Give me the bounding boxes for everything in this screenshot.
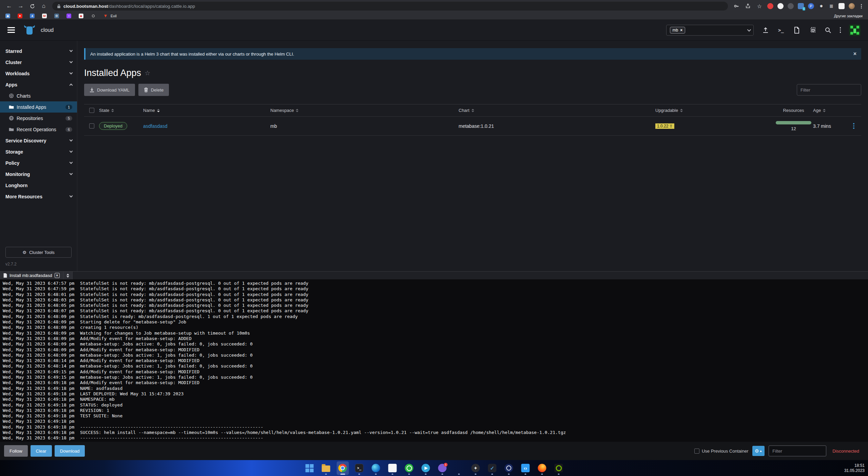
sidebar-item-workloads[interactable]: Workloads <box>0 68 77 79</box>
download-kubeconfig-icon[interactable] <box>793 26 801 34</box>
column-header-state[interactable]: State <box>99 108 143 113</box>
other-bookmarks-label[interactable]: Другие закладки <box>834 14 863 18</box>
header-kebab-menu-icon[interactable] <box>840 27 841 33</box>
row-checkbox[interactable] <box>89 123 94 128</box>
bookmark-pinwheel-icon[interactable]: ◆ <box>5 14 10 18</box>
log-output[interactable]: Wed, May 31 2023 6:47:57 pm StatefulSet … <box>0 279 868 442</box>
download-log-button[interactable]: Download <box>55 445 85 457</box>
column-header-chart[interactable]: Chart <box>459 108 655 113</box>
sidebar-item-cluster[interactable]: Cluster <box>0 57 77 68</box>
bookmark-youtube-icon[interactable] <box>18 14 22 18</box>
bookmark-gmail-icon[interactable]: M <box>42 14 47 18</box>
delete-button[interactable]: Delete <box>138 84 169 96</box>
sidebar-item-policy[interactable]: Policy <box>0 157 77 168</box>
upgrade-available-chip[interactable]: 1.0.22 ⇧ <box>655 123 674 129</box>
bookmark-label[interactable]: Evil <box>111 14 117 18</box>
taskbar-icon-check-app[interactable]: ✓ <box>486 461 498 475</box>
extension-paw-icon[interactable]: ✱ <box>818 3 824 9</box>
taskbar-icon-edge[interactable] <box>370 461 382 475</box>
copy-kubeconfig-icon[interactable] <box>809 26 816 34</box>
browser-reload-button[interactable] <box>27 1 37 11</box>
taskbar-icon-terminal[interactable]: >_ <box>353 461 365 475</box>
kubectl-shell-icon[interactable]: >_ <box>777 26 785 34</box>
extension-list-icon[interactable]: ≣ <box>828 3 834 9</box>
follow-button[interactable]: Follow <box>4 445 28 457</box>
bookmark-settings-icon[interactable]: ⚙ <box>54 14 59 18</box>
taskbar-icon-telegram[interactable] <box>420 461 432 475</box>
column-header-age[interactable]: Age <box>813 108 846 113</box>
taskbar-icon-file-explorer[interactable] <box>320 461 332 475</box>
sidebar-item-apps[interactable]: Apps <box>0 79 77 90</box>
sidebar-item-recent-operations[interactable]: Recent Operations 6 <box>0 124 77 135</box>
sidebar-item-longhorn[interactable]: Longhorn <box>0 180 77 191</box>
taskbar-icon-blue-circle-app[interactable] <box>503 461 515 475</box>
taskbar-icon-firefox[interactable] <box>536 461 548 475</box>
column-header-upgradable[interactable]: Upgradable <box>655 108 774 113</box>
sidebar-item-repositories[interactable]: Repositories 5 <box>0 113 77 124</box>
bookmark-gitlab-icon[interactable]: ▼ <box>103 14 108 18</box>
sidebar-item-service-discovery[interactable]: Service Discovery <box>0 135 77 146</box>
taskbar-icon-nvidia[interactable] <box>553 461 565 475</box>
log-settings-button[interactable]: ⚙▲ <box>752 446 765 456</box>
bookmark-4pda-icon[interactable]: 4 <box>30 14 35 18</box>
column-header-namespace[interactable]: Namespace <box>270 108 459 113</box>
extension-page-icon[interactable] <box>838 3 845 9</box>
filter-chip[interactable]: mb × <box>670 27 686 34</box>
extension-wallet-icon[interactable]: 1 <box>798 3 804 9</box>
taskbar-icon-dark-app[interactable]: ✦ <box>469 461 482 475</box>
sidebar-item-starred[interactable]: Starred <box>0 45 77 57</box>
menu-hamburger-icon[interactable] <box>7 27 15 33</box>
extension-p-icon[interactable]: P <box>808 3 814 9</box>
use-previous-container-checkbox[interactable]: Use Previous Container <box>694 449 748 454</box>
taskbar-icon-notepad[interactable] <box>386 461 399 475</box>
browser-home-button[interactable]: ⌂ <box>39 1 49 11</box>
import-yaml-icon[interactable] <box>762 26 769 34</box>
address-bar[interactable]: cloud.bootsman.host/dashboard/c/local/ap… <box>52 2 728 11</box>
header-search-combobox[interactable]: mb × <box>666 25 754 36</box>
table-filter-input[interactable] <box>797 84 861 96</box>
sidebar-item-installed-apps[interactable]: Installed Apps 1 <box>0 101 77 113</box>
taskbar-icon-whatsapp[interactable] <box>403 461 415 475</box>
resize-panel-toggle[interactable] <box>63 272 73 279</box>
taskbar-icon-layers-app[interactable] <box>453 461 465 475</box>
log-filter-input[interactable] <box>769 445 826 456</box>
cluster-tools-button[interactable]: ⚙ Cluster Tools <box>5 247 72 258</box>
download-yaml-button[interactable]: Download YAML <box>84 84 135 96</box>
taskbar-icon-vscode[interactable]: ‹› <box>519 461 532 475</box>
clear-button[interactable]: Clear <box>31 445 52 457</box>
row-actions-kebab-icon[interactable] <box>852 122 856 130</box>
bookmark-red-icon[interactable]: ◆ <box>79 14 83 18</box>
sidebar-item-charts[interactable]: Charts <box>0 90 77 101</box>
bookmark-twitch-icon[interactable]: ᴛ <box>66 14 71 18</box>
sidebar-item-storage[interactable]: Storage <box>0 146 77 157</box>
user-avatar[interactable] <box>849 24 861 36</box>
select-all-checkbox[interactable] <box>89 108 94 113</box>
taskbar-icon-windows-start[interactable] <box>303 461 315 475</box>
log-window-tab[interactable]: Install mb:asdfasdasd × <box>0 272 63 279</box>
taskbar-icon-chrome[interactable] <box>336 461 349 475</box>
cluster-name[interactable]: cloud <box>41 27 54 33</box>
password-key-icon[interactable] <box>733 2 740 10</box>
extension-dark-icon[interactable] <box>788 3 794 9</box>
bookmark-clock-icon[interactable] <box>91 14 96 18</box>
browser-profile-avatar[interactable] <box>849 3 855 9</box>
app-name-link[interactable]: asdfasdasd <box>143 123 168 129</box>
search-icon[interactable] <box>824 26 832 34</box>
browser-back-button[interactable]: ← <box>4 1 14 11</box>
sidebar-item-monitoring[interactable]: Monitoring <box>0 168 77 180</box>
share-icon[interactable] <box>744 2 752 10</box>
column-header-name[interactable]: Name <box>143 108 270 113</box>
bookmark-star-icon[interactable]: ☆ <box>756 2 763 10</box>
taskbar-icon-messenger[interactable]: 1 <box>436 461 448 475</box>
checkbox[interactable] <box>694 449 699 454</box>
sidebar-item-more-resources[interactable]: More Resources <box>0 191 77 202</box>
browser-menu-icon[interactable] <box>859 4 864 8</box>
favorite-star-icon[interactable]: ☆ <box>144 69 150 77</box>
browser-forward-button[interactable]: → <box>16 1 26 11</box>
extension-light-icon[interactable] <box>777 3 784 9</box>
taskbar-clock[interactable]: 18:51 31.05.2023 <box>844 460 865 476</box>
chip-remove-icon[interactable]: × <box>680 28 682 33</box>
extension-adblock-icon[interactable] <box>767 3 773 9</box>
close-tab-icon[interactable]: × <box>55 273 60 278</box>
banner-close-icon[interactable]: × <box>853 51 856 57</box>
